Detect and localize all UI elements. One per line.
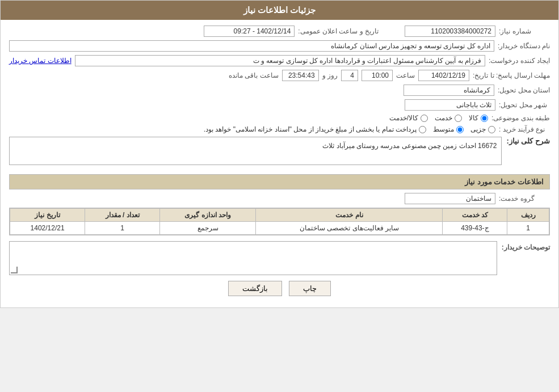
ostan-row: استان محل تحویل: کرمانشاه <box>9 85 550 96</box>
nam-dastgah-row: نام دستگاه خریدار: اداره کل توسازی توسعه… <box>9 40 550 52</box>
nam-dastgah-value: اداره کل توسازی توسعه و تجهیز مدارس استا… <box>9 40 494 52</box>
noe-farayand-label: نوع فرآیند خرید : <box>499 125 550 133</box>
table-header-row: ردیف کد خدمت نام خدمت واحد اندازه گیری ت… <box>10 209 549 222</box>
mohlat-row: مهلت ارسال پاسخ: تا تاریخ: 1402/12/19 سا… <box>9 70 550 81</box>
table-cell-tedad: 1 <box>85 222 160 235</box>
col-radif: ردیف <box>507 209 549 222</box>
baghimande-label: ساعت باقی مانده <box>229 71 279 79</box>
ijad-konande-row: ایجاد کننده درخواست: فرزام به آیین کارشن… <box>9 55 550 66</box>
shahr-label: شهر محل تحویل: <box>499 101 550 109</box>
farayand-option-esnad: پرداخت تمام یا بخشی از مبلغ خریداز از مح… <box>204 125 426 133</box>
khadamat-section-title: اطلاعات خدمات مورد نیاز <box>9 174 550 189</box>
page-title: جزئیات اطلاعات نیاز <box>243 5 316 15</box>
tabaghe-row: طبقه بندی موضوعی: کالا خدمت کالا/خدمت <box>9 114 550 122</box>
shahr-value: ثلاث باباجانی <box>405 99 495 111</box>
mohlat-saat: 10:00 <box>362 70 393 81</box>
farayand-radio-jozei[interactable] <box>488 126 495 133</box>
buttons-row: چاپ بازگشت <box>9 281 550 296</box>
grohe-khedmat-label: گروه خدمت: <box>499 195 550 203</box>
farayand-option-motevaset: متوسط <box>433 125 464 133</box>
col-tarikh: تاریخ نیاز <box>10 209 85 222</box>
shomare-tarikh-row: شماره نیاز: 1102003384000272 تاریخ و ساع… <box>9 26 550 37</box>
ijad-konande-label: ایجاد کننده درخواست: <box>489 57 550 65</box>
ijad-konande-value: فرزام به آیین کارشناس مسئول اعتبارات و ق… <box>75 55 485 66</box>
page-wrapper: جزئیات اطلاعات نیاز شماره نیاز: 11020033… <box>0 0 559 308</box>
shomare-niaz-value: 1102003384000272 <box>405 26 495 37</box>
chap-button[interactable]: چاپ <box>289 281 331 296</box>
tabaghe-radio-khedmat[interactable] <box>455 115 462 122</box>
tarikh-value: 1402/12/14 - 09:27 <box>204 26 295 37</box>
col-tedad: تعداد / مقدار <box>85 209 160 222</box>
table-cell-kodKhedmat: ج-43-439 <box>443 222 507 235</box>
mohlat-label: مهلت ارسال پاسخ: تا تاریخ: <box>473 71 550 79</box>
col-nam: نام خدمت <box>256 209 443 222</box>
farayand-radio-motevaset[interactable] <box>456 126 464 133</box>
sharh-koli-box: 16672 احداث زمین چمن مصنوعی مدرسه روستای… <box>9 137 502 165</box>
shomare-niaz-label: شماره نیاز: <box>499 27 550 35</box>
tamas-link[interactable]: اطلاعات تماس خریدار <box>9 57 72 65</box>
tabaghe-radio-kalakhedmat[interactable] <box>421 115 428 122</box>
table-cell-radif: 1 <box>507 222 549 235</box>
farayand-label-esnad: پرداخت تمام یا بخشی از مبلغ خریداز از مح… <box>204 125 417 133</box>
table-cell-vahed: سرجمع <box>160 222 256 235</box>
ostan-label: استان محل تحویل: <box>498 86 550 94</box>
tabaghe-label-khedmat: خدمت <box>435 114 452 122</box>
bazgasht-button[interactable]: بازگشت <box>228 281 282 296</box>
roz-value: 4 <box>341 70 358 81</box>
farayand-label-motevaset: متوسط <box>433 125 454 133</box>
table-cell-namKhedmat: سایر فعالیت‌های تخصصی ساختمان <box>256 222 443 235</box>
nam-dastgah-label: نام دستگاه خریدار: <box>498 42 550 50</box>
table-row: 1ج-43-439سایر فعالیت‌های تخصصی ساختمانسر… <box>10 222 549 235</box>
tarikh-label: تاریخ و ساعت اعلان عمومی: <box>298 27 379 35</box>
col-vahed: واحد اندازه گیری <box>160 209 256 222</box>
ostan-value: کرمانشاه <box>404 85 494 96</box>
roz-label: روز و <box>322 71 338 79</box>
baghimande-value: 23:54:43 <box>282 70 319 81</box>
tabaghe-label: طبقه بندی موضوعی: <box>491 114 550 122</box>
sharh-koli-label: شرح کلی نیاز: <box>506 137 550 145</box>
noe-farayand-row: نوع فرآیند خرید : جزیی متوسط پرداخت تمام… <box>9 125 550 133</box>
grohe-khedmat-row: گروه خدمت: ساختمان <box>9 193 550 204</box>
farayand-radio-esnad[interactable] <box>419 126 426 133</box>
col-kod: کد خدمت <box>443 209 507 222</box>
page-header: جزئیات اطلاعات نیاز <box>1 1 558 20</box>
tabaghe-option-khedmat: خدمت <box>435 114 462 122</box>
saat-label: ساعت <box>396 71 415 79</box>
tabaghe-option-kala: کالا <box>469 114 488 122</box>
sharh-koli-container: شرح کلی نیاز: 16672 احداث زمین چمن مصنوع… <box>9 137 550 168</box>
tabaghe-radio-group: کالا خدمت کالا/خدمت <box>389 114 488 122</box>
grohe-khedmat-value: ساختمان <box>405 193 495 204</box>
services-table-container: ردیف کد خدمت نام خدمت واحد اندازه گیری ت… <box>9 208 550 235</box>
farayand-label-jozei: جزیی <box>470 125 486 133</box>
shahr-row: شهر محل تحویل: ثلاث باباجانی <box>9 99 550 111</box>
table-cell-tarikh: 1402/12/21 <box>10 222 85 235</box>
tosifat-label: توصیحات خریدار: <box>502 241 550 251</box>
tosifat-box <box>9 241 497 275</box>
sharh-koli-value: 16672 احداث زمین چمن مصنوعی مدرسه روستای… <box>12 140 499 152</box>
farayand-option-jozei: جزیی <box>470 125 495 133</box>
noe-farayand-group: جزیی متوسط پرداخت تمام یا بخشی از مبلغ خ… <box>204 125 495 133</box>
tabaghe-label-kalakhedmat: کالا/خدمت <box>389 114 418 122</box>
main-content: شماره نیاز: 1102003384000272 تاریخ و ساع… <box>1 20 558 307</box>
services-table: ردیف کد خدمت نام خدمت واحد اندازه گیری ت… <box>10 208 549 235</box>
tosifat-row: توصیحات خریدار: <box>9 241 550 275</box>
tabaghe-option-kalakhedmat: کالا/خدمت <box>389 114 428 122</box>
mohlat-date: 1402/12/19 <box>418 70 469 81</box>
tabaghe-label-kala: کالا <box>469 114 478 122</box>
tabaghe-radio-kala[interactable] <box>481 115 488 122</box>
